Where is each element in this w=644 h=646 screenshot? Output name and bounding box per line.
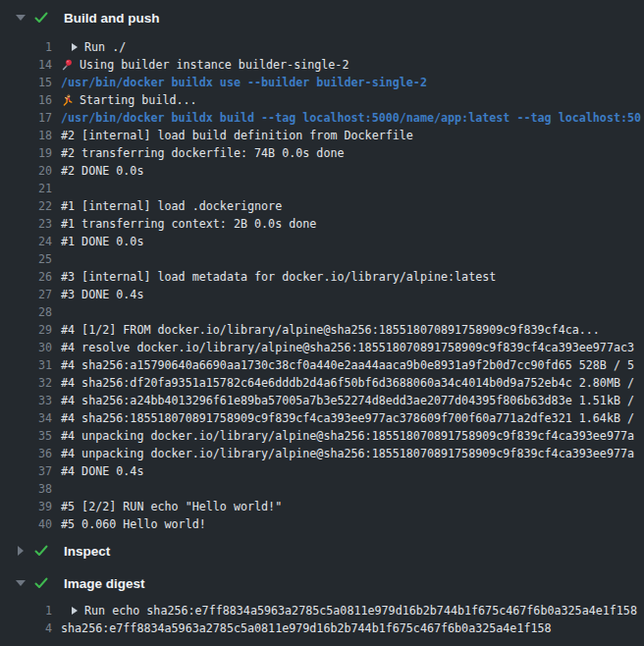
expand-toggle-icon[interactable] (72, 43, 78, 51)
log-text: #5 0.060 Hello world! (61, 515, 644, 533)
chevron-box[interactable] (15, 15, 27, 21)
log-line: 39#5 [2/2] RUN echo "Hello world!" (0, 498, 644, 515)
log-line: 26#3 [internal] load metadata for docker… (0, 268, 644, 286)
log-text (61, 303, 644, 321)
log-text: #4 [1/2] FROM docker.io/library/alpine@s… (61, 321, 644, 339)
line-number[interactable]: 35 (0, 427, 52, 445)
chevron-right-icon[interactable] (18, 546, 24, 556)
line-number[interactable]: 20 (0, 162, 52, 180)
log-text: #2 [internal] load build definition from… (61, 127, 644, 144)
line-number[interactable]: 39 (0, 498, 52, 515)
log-text-content: #2 transferring dockerfile: 74B 0.0s don… (61, 146, 345, 160)
log-text-content: #4 unpacking docker.io/library/alpine@sh… (61, 429, 634, 443)
line-number[interactable]: 28 (0, 303, 52, 321)
log-text: Run ./ (61, 38, 644, 56)
log-text: #4 unpacking docker.io/library/alpine@sh… (61, 427, 644, 445)
log-line: 37#4 DONE 0.4s (0, 462, 644, 480)
log-text: #4 unpacking docker.io/library/alpine@sh… (61, 445, 644, 462)
line-number[interactable]: 24 (0, 233, 52, 250)
line-number[interactable]: 1 (0, 38, 52, 56)
line-number[interactable]: 4 (0, 619, 52, 637)
log-line: 27#3 DONE 0.4s (0, 286, 644, 303)
log-text: #4 sha256:a15790640a6690aa1730c38cf0a440… (61, 356, 644, 374)
section-header-image-digest[interactable]: Image digest (0, 573, 644, 593)
line-number[interactable]: 37 (0, 462, 52, 480)
log-text-content: #4 sha256:a15790640a6690aa1730c38cf0a440… (61, 358, 634, 372)
log-text-content: #4 sha256:185518070891758909c9f839cf4ca3… (61, 411, 634, 425)
line-number[interactable]: 38 (0, 480, 52, 498)
log-line: 33#4 sha256:a24bb4013296f61e89ba57005a7b… (0, 392, 644, 409)
log-text (61, 180, 644, 197)
line-number[interactable]: 15 (0, 74, 52, 91)
line-number[interactable]: 30 (0, 339, 52, 356)
log-line: 35#4 unpacking docker.io/library/alpine@… (0, 427, 644, 445)
log-line: 31#4 sha256:a15790640a6690aa1730c38cf0a4… (0, 356, 644, 374)
line-number[interactable]: 33 (0, 392, 52, 409)
section-header-build-and-push[interactable]: Build and push (0, 8, 644, 27)
log-line: 24#1 DONE 0.0s (0, 233, 644, 250)
line-number[interactable]: 21 (0, 180, 52, 197)
chevron-box[interactable] (15, 546, 27, 556)
line-number[interactable]: 19 (0, 144, 52, 162)
line-number[interactable]: 27 (0, 286, 52, 303)
log-text: #2 DONE 0.0s (61, 162, 644, 180)
log-line: 20#2 DONE 0.0s (0, 162, 644, 180)
log-text: #4 resolve docker.io/library/alpine@sha2… (61, 339, 644, 356)
line-number[interactable]: 23 (0, 215, 52, 233)
log-text-content: #4 DONE 0.4s (61, 464, 143, 478)
line-number[interactable]: 16 (0, 91, 52, 109)
log-text: Starting build... (61, 91, 644, 109)
chevron-box[interactable] (15, 580, 27, 586)
section-build-and-push: Build and push 1Run ./14 Using builder i… (0, 8, 644, 541)
section-title: Inspect (64, 544, 110, 559)
section-title: Build and push (64, 11, 160, 26)
line-number[interactable]: 31 (0, 356, 52, 374)
log-line: 38 (0, 480, 644, 498)
log-line: 15/usr/bin/docker buildx use --builder b… (0, 74, 644, 91)
chevron-down-icon[interactable] (16, 580, 26, 586)
log-text-content: #1 transferring context: 2B 0.0s done (61, 217, 316, 231)
success-check-icon (34, 577, 48, 589)
log-text-content: #4 [1/2] FROM docker.io/library/alpine@s… (61, 323, 600, 337)
line-number[interactable]: 40 (0, 515, 52, 533)
success-check-icon (34, 545, 48, 557)
section-inspect: Inspect (0, 541, 644, 561)
line-number[interactable]: 17 (0, 109, 52, 127)
log-text: sha256:e7ff8834a5963a2785c5a0811e979d16b… (61, 619, 644, 637)
log-text: #1 [internal] load .dockerignore (61, 197, 644, 215)
log-text: #3 [internal] load metadata for docker.i… (61, 268, 644, 286)
log-text (61, 250, 644, 268)
log-text-content: #1 [internal] load .dockerignore (61, 199, 282, 213)
actions-log-viewer: { "theme": { "background": "#24292e", "l… (0, 0, 644, 646)
section-header-inspect[interactable]: Inspect (0, 541, 644, 561)
line-number[interactable]: 25 (0, 250, 52, 268)
line-number[interactable]: 14 (0, 56, 52, 74)
line-number[interactable]: 22 (0, 197, 52, 215)
log-text-content: #3 [internal] load metadata for docker.i… (61, 270, 496, 284)
line-number[interactable]: 36 (0, 445, 52, 462)
log-text: Using builder instance builder-single-2 (61, 56, 644, 74)
line-number[interactable]: 1 (0, 602, 52, 619)
section-image-digest: Image digest 1Run echo sha256:e7ff8834a5… (0, 573, 644, 637)
log-lines: 1Run ./14 Using builder instance builder… (0, 27, 644, 541)
runner-icon (61, 94, 73, 106)
log-text: #4 sha256:df20fa9351a15782c64e6dddb2d4a6… (61, 374, 644, 392)
log-line: 40#5 0.060 Hello world! (0, 515, 644, 533)
log-text (61, 480, 644, 498)
line-number[interactable]: 18 (0, 127, 52, 144)
log-text-content: /usr/bin/docker buildx build --tag local… (61, 111, 641, 125)
line-number[interactable]: 29 (0, 321, 52, 339)
log-line: 1Run ./ (0, 38, 644, 56)
log-line: 30#4 resolve docker.io/library/alpine@sh… (0, 339, 644, 356)
chevron-down-icon[interactable] (16, 15, 26, 21)
expand-toggle-icon[interactable] (72, 607, 78, 615)
line-number[interactable]: 34 (0, 409, 52, 427)
log-line: 21 (0, 180, 644, 197)
line-number[interactable]: 32 (0, 374, 52, 392)
log-line: 32#4 sha256:df20fa9351a15782c64e6dddb2d4… (0, 374, 644, 392)
log-text: #2 transferring dockerfile: 74B 0.0s don… (61, 144, 644, 162)
log-text-content: /usr/bin/docker buildx use --builder bui… (61, 76, 427, 89)
line-number[interactable]: 26 (0, 268, 52, 286)
success-check-icon (34, 12, 48, 24)
log-text-content: Using builder instance builder-single-2 (80, 58, 349, 72)
